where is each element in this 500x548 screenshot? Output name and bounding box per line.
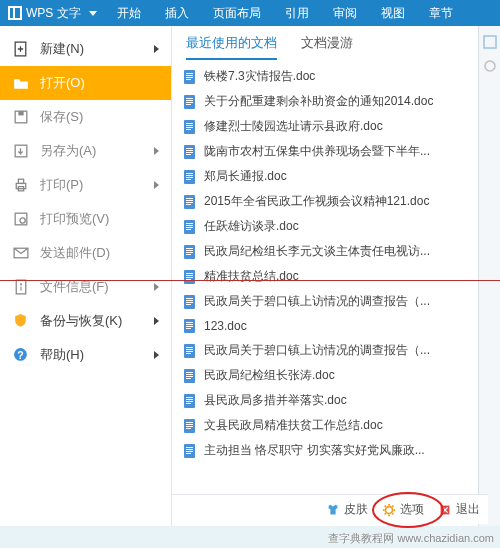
file-name: 修建烈士陵园选址请示县政府.doc (204, 118, 469, 135)
ribbon-tabs: 开始插入页面布局引用审阅视图章节 (105, 0, 465, 26)
menu-label: 打印(P) (40, 176, 83, 194)
file-row[interactable]: 县民政局多措并举落实.doc (172, 388, 499, 413)
svg-rect-102 (186, 426, 193, 427)
sidebar-btn[interactable] (482, 58, 498, 74)
menu-label: 发送邮件(D) (40, 244, 110, 262)
ribbon-tab[interactable]: 开始 (105, 0, 153, 26)
tab-recent[interactable]: 最近使用的文档 (186, 34, 277, 60)
menu-label: 新建(N) (40, 40, 84, 58)
svg-rect-2 (18, 111, 23, 115)
file-name: 民政局关于碧口镇上访情况的调查报告（... (204, 342, 469, 359)
menu-save[interactable]: 保存(S) (0, 100, 171, 134)
file-row[interactable]: 民政局关于碧口镇上访情况的调查报告（... (172, 289, 499, 314)
file-row[interactable]: 铁楼7.3灾情报告.doc (172, 64, 499, 89)
skin-button[interactable]: 皮肤 (326, 501, 368, 518)
tab-roam[interactable]: 文档漫游 (301, 34, 353, 60)
svg-rect-72 (186, 302, 193, 303)
menu-label: 保存(S) (40, 108, 83, 126)
svg-rect-76 (186, 322, 193, 323)
svg-rect-91 (186, 378, 191, 379)
doc-icon (182, 368, 198, 384)
app-logo[interactable]: WPS 文字 (0, 5, 105, 22)
menu-open[interactable]: 打开(O) (0, 66, 171, 100)
file-row[interactable]: 关于分配重建剩余补助资金的通知2014.doc (172, 89, 499, 114)
doc-icon (182, 219, 198, 235)
svg-rect-24 (186, 102, 193, 103)
floppy-arrow-icon (12, 142, 30, 160)
svg-rect-47 (186, 200, 193, 201)
svg-rect-85 (186, 353, 191, 354)
menu-new[interactable]: 新建(N) (0, 32, 171, 66)
svg-rect-28 (186, 123, 193, 124)
file-row[interactable]: 文县民政局精准扶贫工作总结.doc (172, 413, 499, 438)
svg-rect-64 (186, 273, 193, 274)
menu-send[interactable]: 发送邮件(D) (0, 236, 171, 270)
menu-help[interactable]: ?帮助(H) (0, 338, 171, 372)
file-name: 民政局纪检组长李元文谈主体责任电视访... (204, 243, 469, 260)
file-row[interactable]: 民政局纪检组长张涛.doc (172, 363, 499, 388)
doc-icon (182, 393, 198, 409)
svg-rect-59 (186, 250, 193, 251)
ribbon-tab[interactable]: 页面布局 (201, 0, 273, 26)
file-row[interactable]: 任跃雄访谈录.doc (172, 214, 499, 239)
chevron-right-icon (154, 45, 159, 53)
svg-rect-103 (186, 428, 191, 429)
svg-rect-55 (186, 229, 191, 230)
doc-icon (182, 443, 198, 459)
ribbon-tab[interactable]: 引用 (273, 0, 321, 26)
file-row[interactable]: 民政局纪检组长李元文谈主体责任电视访... (172, 239, 499, 264)
file-row[interactable]: 123.doc (172, 314, 499, 338)
svg-rect-106 (186, 447, 193, 448)
recent-files-list: 铁楼7.3灾情报告.doc关于分配重建剩余补助资金的通知2014.doc修建烈士… (172, 60, 499, 526)
file-row[interactable]: 郑局长通报.doc (172, 164, 499, 189)
menu-label: 另存为(A) (40, 142, 96, 160)
app-name: WPS 文字 (26, 5, 81, 22)
svg-rect-34 (186, 148, 193, 149)
svg-rect-94 (186, 397, 193, 398)
doc-icon (182, 94, 198, 110)
sidebar-btn[interactable] (482, 34, 498, 50)
svg-point-113 (386, 506, 393, 513)
file-row[interactable]: 2015年全省民政工作视频会议精神121.doc (172, 189, 499, 214)
svg-rect-58 (186, 248, 193, 249)
svg-rect-108 (186, 451, 193, 452)
options-button[interactable]: 选项 (382, 501, 424, 518)
svg-rect-77 (186, 324, 193, 325)
file-row[interactable]: 修建烈士陵园选址请示县政府.doc (172, 114, 499, 139)
menu-saveas[interactable]: 另存为(A) (0, 134, 171, 168)
svg-rect-97 (186, 403, 191, 404)
menu-info[interactable]: 文件信息(F) (0, 270, 171, 304)
svg-rect-88 (186, 372, 193, 373)
file-menu: 新建(N)打开(O)保存(S)另存为(A)打印(P)打印预览(V)发送邮件(D)… (0, 26, 172, 526)
file-row[interactable]: 民政局关于碧口镇上访情况的调查报告（... (172, 338, 499, 363)
svg-rect-46 (186, 198, 193, 199)
svg-rect-90 (186, 376, 193, 377)
doc-icon (182, 144, 198, 160)
menu-print[interactable]: 打印(P) (0, 168, 171, 202)
file-name: 郑局长通报.doc (204, 168, 469, 185)
menu-label: 打开(O) (40, 74, 85, 92)
menu-backup[interactable]: 备份与恢复(K) (0, 304, 171, 338)
wps-icon (8, 6, 22, 20)
menu-preview[interactable]: 打印预览(V) (0, 202, 171, 236)
svg-rect-5 (18, 179, 23, 183)
svg-rect-43 (186, 179, 191, 180)
printer-icon (12, 176, 30, 194)
doc-icon (182, 343, 198, 359)
svg-rect-66 (186, 277, 193, 278)
doc-icon (182, 269, 198, 285)
file-row[interactable]: 陇南市农村五保集中供养现场会暨下半年... (172, 139, 499, 164)
svg-rect-73 (186, 304, 191, 305)
svg-point-112 (485, 61, 495, 71)
file-row[interactable]: 精准扶贫总结.doc (172, 264, 499, 289)
right-sidebar (478, 26, 500, 526)
ribbon-tab[interactable]: 审阅 (321, 0, 369, 26)
file-name: 民政局关于碧口镇上访情况的调查报告（... (204, 293, 469, 310)
file-name: 关于分配重建剩余补助资金的通知2014.doc (204, 93, 469, 110)
ribbon-tab[interactable]: 插入 (153, 0, 201, 26)
ribbon-tab[interactable]: 章节 (417, 0, 465, 26)
file-row[interactable]: 主动担当 恪尽职守 切实落实好党风廉政... (172, 438, 499, 463)
skin-label: 皮肤 (344, 501, 368, 518)
ribbon-tab[interactable]: 视图 (369, 0, 417, 26)
exit-button[interactable]: 退出 (438, 501, 480, 518)
